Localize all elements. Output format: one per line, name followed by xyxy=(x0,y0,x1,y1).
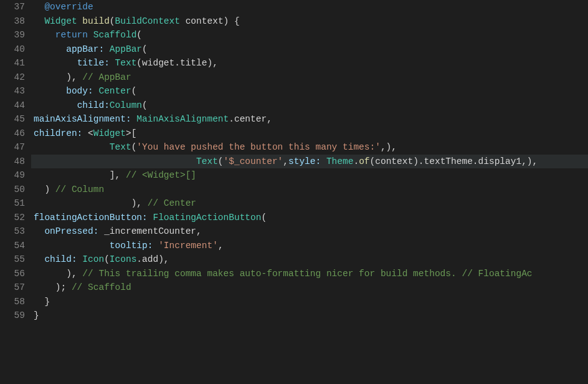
code-line[interactable]: } xyxy=(31,309,588,323)
code-line[interactable]: Text('You have pushed the button this ma… xyxy=(31,140,588,155)
token: (context).textTheme.display1,), xyxy=(370,156,538,166)
code-line[interactable]: child:Column( xyxy=(31,98,588,113)
token: ) xyxy=(44,185,55,194)
line-number: 49 xyxy=(0,168,25,183)
token: child: xyxy=(77,100,110,110)
token: } xyxy=(34,310,39,320)
token: } xyxy=(44,297,50,307)
line-number: 45 xyxy=(0,112,25,127)
code-line[interactable]: children: <Widget>[ xyxy=(31,127,588,141)
code-line[interactable]: ), // AppBar xyxy=(31,70,588,85)
token: return xyxy=(55,30,88,40)
token: children: xyxy=(34,128,88,138)
line-number: 52 xyxy=(0,211,25,225)
code-line[interactable]: appBar: AppBar( xyxy=(31,42,588,57)
token: // Column xyxy=(55,185,104,194)
token: Icons xyxy=(110,254,137,264)
token: ( xyxy=(218,156,224,166)
line-number-gutter: 3738394041424344454647484950515253545556… xyxy=(0,0,31,384)
token: ], xyxy=(110,170,126,180)
code-line[interactable]: mainAxisAlignment: MainAxisAlignment.cen… xyxy=(31,112,588,127)
token: title: xyxy=(77,58,115,68)
token: ( xyxy=(142,100,148,110)
code-line[interactable]: ), // Center xyxy=(31,196,588,211)
token: Text xyxy=(115,58,137,68)
token: .add), xyxy=(136,254,169,264)
token: ( xyxy=(131,86,137,96)
code-line[interactable]: ); // Scaffold xyxy=(31,281,588,295)
code-line[interactable]: ), // This trailing comma makes auto-for… xyxy=(31,267,588,281)
code-line[interactable]: Widget build(BuildContext context) { xyxy=(31,14,588,29)
line-number: 54 xyxy=(0,239,25,253)
token: // <Widget>[] xyxy=(126,170,196,180)
token: , xyxy=(283,156,288,166)
token: MainAxisAlignment xyxy=(136,114,229,124)
code-line[interactable]: 💡 Text('$_counter',style: Theme.of(conte… xyxy=(31,155,588,169)
token: Icon xyxy=(82,254,104,264)
code-line[interactable]: title: Text(widget.title), xyxy=(31,56,588,70)
token: < xyxy=(88,128,93,138)
token: 'You have pushed the button this many ti… xyxy=(136,142,381,152)
token: mainAxisAlignment: xyxy=(34,114,136,124)
code-line[interactable]: tooltip: 'Increment', xyxy=(31,239,588,253)
code-line[interactable]: ], // <Widget>[] xyxy=(31,168,588,183)
code-line[interactable]: floatingActionButton: FloatingActionButt… xyxy=(31,211,588,225)
token: ); xyxy=(55,282,72,292)
token: (widget.title), xyxy=(136,58,218,68)
token: BuildContext xyxy=(115,16,180,26)
line-number: 58 xyxy=(0,295,25,309)
token: Text xyxy=(110,142,131,152)
token: of xyxy=(359,156,369,166)
line-number: 41 xyxy=(0,56,25,70)
token: // Scaffold xyxy=(72,282,131,292)
token: ,), xyxy=(381,142,397,152)
token: Widget xyxy=(93,128,126,138)
token: ), xyxy=(66,269,82,279)
token: ), xyxy=(66,72,82,82)
token: Text xyxy=(196,156,218,166)
code-editor[interactable]: 3738394041424344454647484950515253545556… xyxy=(0,0,588,384)
token: Center xyxy=(98,86,131,96)
token: appBar: xyxy=(66,44,110,54)
token: ( xyxy=(110,16,115,26)
line-number: 50 xyxy=(0,183,25,197)
token: // This trailing comma makes auto-format… xyxy=(82,269,532,279)
token: style: xyxy=(288,156,326,166)
code-line[interactable]: } xyxy=(31,295,588,309)
token: ( xyxy=(136,30,142,40)
token: FloatingActionButton xyxy=(153,213,261,223)
code-line[interactable]: child: Icon(Icons.add), xyxy=(31,252,588,267)
token: build xyxy=(82,16,110,26)
token: Scaffold xyxy=(93,30,137,40)
line-number: 48 xyxy=(0,155,25,169)
line-number: 44 xyxy=(0,98,25,113)
token: context) { xyxy=(180,16,240,26)
code-line[interactable]: @override xyxy=(31,0,588,14)
token: ( xyxy=(261,213,267,223)
line-number: 46 xyxy=(0,127,25,141)
token: tooltip: xyxy=(110,241,158,251)
token: body: xyxy=(66,86,98,96)
line-number: 37 xyxy=(0,0,25,14)
line-number: 55 xyxy=(0,252,25,267)
code-line[interactable]: return Scaffold( xyxy=(31,28,588,42)
code-line[interactable]: ) // Column xyxy=(31,183,588,197)
token: .center, xyxy=(229,114,272,124)
token: Widget xyxy=(44,16,77,26)
line-number: 51 xyxy=(0,196,25,211)
token: @override xyxy=(44,2,93,12)
code-line[interactable]: body: Center( xyxy=(31,84,588,98)
token: Column xyxy=(110,100,142,110)
line-number: 43 xyxy=(0,84,25,98)
token: 'Increment' xyxy=(158,241,218,251)
token: _incrementCounter, xyxy=(104,226,202,236)
token: onPressed: xyxy=(44,226,104,236)
token: ( xyxy=(104,254,110,264)
token: child: xyxy=(44,254,82,264)
code-area[interactable]: @override Widget build(BuildContext cont… xyxy=(31,0,588,384)
token: >[ xyxy=(126,128,136,138)
token: . xyxy=(353,156,359,166)
token: , xyxy=(218,241,224,251)
line-number: 53 xyxy=(0,224,25,239)
code-line[interactable]: onPressed: _incrementCounter, xyxy=(31,224,588,239)
